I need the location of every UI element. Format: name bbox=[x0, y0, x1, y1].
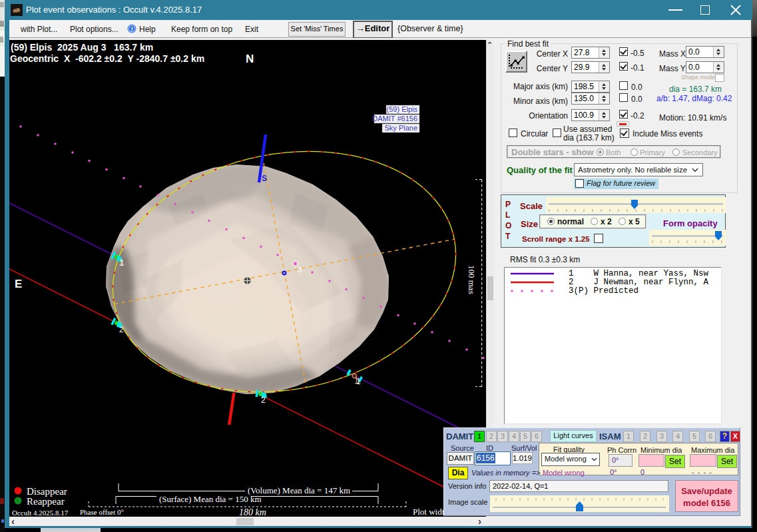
svg-text:Occult 4.2025.8.17: Occult 4.2025.8.17 bbox=[12, 509, 69, 517]
svg-text:N: N bbox=[246, 53, 254, 65]
svg-text:2: 2 bbox=[261, 396, 266, 405]
svg-text:180 km: 180 km bbox=[239, 507, 266, 517]
svg-text:Reappear: Reappear bbox=[27, 496, 65, 507]
svg-text:S: S bbox=[262, 174, 267, 183]
svg-text:Sky Plane: Sky Plane bbox=[384, 124, 417, 132]
svg-text:(59) Elpis 2025 Aug 3 163.7: (59) Elpis 2025 Aug 3 163.7 km bbox=[11, 42, 153, 53]
svg-text:(Surface) Mean dia = 150 km: (Surface) Mean dia = 150 km bbox=[159, 494, 262, 504]
svg-text:3: 3 bbox=[298, 266, 302, 274]
svg-text:(Volume) Mean dia = 147 km: (Volume) Mean dia = 147 km bbox=[248, 485, 350, 495]
svg-text:(59) Elpis: (59) Elpis bbox=[387, 105, 418, 113]
svg-text:Geocentric X -602.2 ±0.2 Y: Geocentric X -602.2 ±0.2 Y -2840.7 ±0.2 … bbox=[10, 53, 204, 64]
svg-text:2: 2 bbox=[119, 325, 124, 334]
svg-text:DAMIT #6156: DAMIT #6156 bbox=[372, 115, 417, 123]
svg-text:1: 1 bbox=[356, 377, 361, 386]
svg-text:1: 1 bbox=[120, 258, 125, 268]
svg-text:100 mas: 100 mas bbox=[467, 265, 477, 294]
svg-text:Disappear: Disappear bbox=[27, 486, 67, 497]
svg-text:?: ? bbox=[130, 26, 134, 33]
svg-text:E: E bbox=[15, 278, 22, 290]
svg-text:Phase offset 0°: Phase offset 0° bbox=[80, 508, 124, 516]
